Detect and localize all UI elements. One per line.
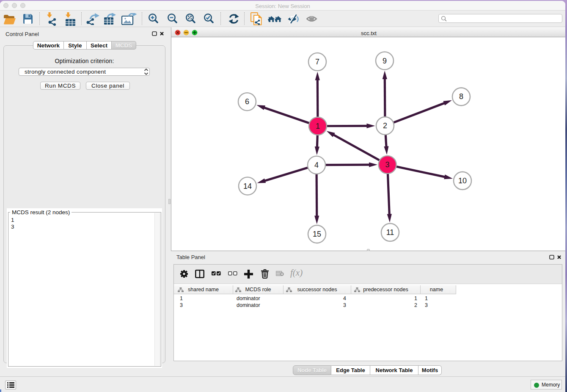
svg-text:8: 8 — [459, 92, 463, 101]
svg-text:11: 11 — [386, 228, 394, 237]
svg-text:3: 3 — [385, 160, 390, 169]
svg-text:7: 7 — [315, 58, 319, 66]
svg-text:10: 10 — [458, 177, 467, 185]
svg-text:6: 6 — [245, 97, 249, 106]
svg-text:4: 4 — [314, 161, 319, 169]
svg-text:14: 14 — [243, 182, 252, 190]
svg-text:15: 15 — [313, 230, 321, 238]
svg-text:1: 1 — [316, 122, 320, 130]
svg-text:2: 2 — [383, 121, 387, 130]
svg-text:9: 9 — [383, 57, 387, 65]
